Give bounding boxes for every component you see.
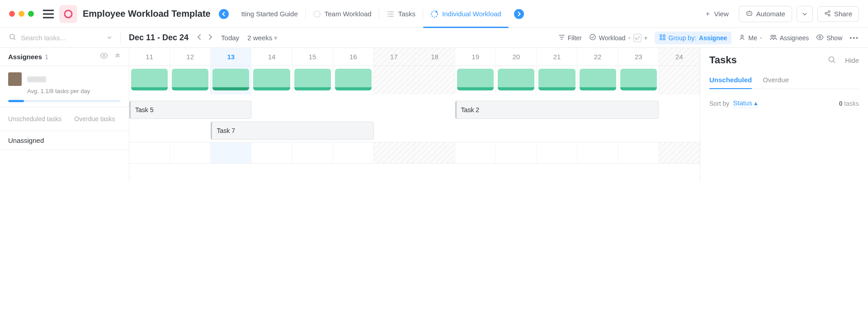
workload-row bbox=[129, 66, 700, 94]
date-cell[interactable]: 24 bbox=[659, 48, 700, 66]
task-bar-task5[interactable]: Task 5 bbox=[129, 101, 251, 119]
chevron-down-icon: ▾ bbox=[274, 34, 278, 42]
tab-overdue[interactable]: Overdue bbox=[763, 76, 789, 89]
main-content: Assignees 1 Avg. 1.1/8 tasks per day Uns… bbox=[0, 48, 868, 182]
svg-point-17 bbox=[771, 35, 773, 37]
assignee-avg: Avg. 1.1/8 tasks per day bbox=[27, 88, 121, 94]
workload-block bbox=[253, 69, 290, 90]
tab-tasks[interactable]: Tasks bbox=[379, 5, 423, 23]
tab-team-workload[interactable]: Team Workload bbox=[306, 5, 379, 23]
workload-cell bbox=[618, 66, 659, 94]
tab-unscheduled[interactable]: Unscheduled bbox=[709, 76, 752, 89]
workload-block bbox=[294, 69, 331, 90]
tab-getting-started[interactable]: tting Started Guide bbox=[234, 5, 305, 23]
assignee-item[interactable]: Avg. 1.1/8 tasks per day bbox=[0, 66, 129, 107]
svg-point-20 bbox=[103, 55, 105, 57]
scroll-tabs-right-button[interactable] bbox=[514, 9, 524, 19]
workload-block bbox=[172, 69, 208, 90]
task-bar-task2[interactable]: Task 2 bbox=[455, 101, 659, 119]
unassigned-cell bbox=[374, 142, 415, 163]
capacity-bar bbox=[8, 100, 121, 102]
span-label: 2 weeks bbox=[247, 34, 272, 42]
assignees-button[interactable]: Assignees bbox=[769, 34, 809, 42]
search-input[interactable] bbox=[21, 34, 102, 42]
tasks-panel: Tasks Hide Unscheduled Overdue Sort by S… bbox=[700, 48, 868, 182]
share-button[interactable]: Share bbox=[817, 6, 859, 22]
date-cell[interactable]: 15 bbox=[292, 48, 333, 66]
date-cell[interactable]: 18 bbox=[415, 48, 455, 66]
svg-rect-13 bbox=[663, 35, 665, 37]
workload-button[interactable]: Workload • ▾ bbox=[589, 33, 647, 42]
date-range[interactable]: Dec 11 - Dec 24 bbox=[129, 33, 189, 42]
workload-cell bbox=[578, 66, 618, 94]
group-icon bbox=[659, 34, 666, 42]
workload-block bbox=[620, 69, 657, 90]
date-cell[interactable]: 21 bbox=[537, 48, 577, 66]
today-button[interactable]: Today bbox=[221, 34, 239, 42]
view-label: View bbox=[714, 10, 729, 18]
date-cell[interactable]: 13 bbox=[211, 48, 251, 66]
workload-checkbox[interactable] bbox=[633, 34, 642, 42]
date-cell[interactable]: 20 bbox=[496, 48, 537, 66]
workload-block bbox=[457, 69, 494, 90]
date-cell[interactable]: 14 bbox=[251, 48, 292, 66]
workload-cell bbox=[211, 66, 251, 94]
svg-point-0 bbox=[65, 10, 72, 18]
unassigned-cell bbox=[455, 142, 496, 163]
chevron-down-icon: ▾ bbox=[644, 34, 647, 42]
automate-button[interactable]: Automate bbox=[739, 6, 792, 22]
me-button[interactable]: Me • bbox=[739, 34, 762, 42]
sort-row: Sort by Status ▴ 0 tasks bbox=[709, 99, 859, 108]
minimize-window-icon[interactable] bbox=[19, 11, 24, 17]
view-button[interactable]: ＋ View bbox=[699, 6, 734, 21]
date-cell[interactable]: 22 bbox=[578, 48, 618, 66]
tab-individual-workload[interactable]: Individual Workload bbox=[423, 5, 509, 23]
hide-button[interactable]: Hide bbox=[845, 57, 859, 64]
filter-icon bbox=[558, 34, 565, 42]
share-label: Share bbox=[834, 10, 852, 18]
search-dropdown-icon[interactable] bbox=[107, 34, 112, 42]
unassigned-cell bbox=[170, 142, 211, 163]
more-icon[interactable]: ••• bbox=[849, 34, 859, 42]
workload-cell bbox=[292, 66, 333, 94]
group-by-button[interactable]: Group by: Assignee bbox=[655, 32, 732, 44]
close-window-icon[interactable] bbox=[9, 11, 15, 17]
unscheduled-tasks-link[interactable]: Unscheduled tasks bbox=[8, 115, 61, 123]
workload-cell bbox=[496, 66, 537, 94]
date-cell[interactable]: 19 bbox=[455, 48, 496, 66]
automate-dropdown[interactable] bbox=[797, 6, 813, 22]
search-icon[interactable] bbox=[828, 56, 836, 65]
date-header-row: 1112131415161718192021222324 bbox=[129, 48, 700, 66]
prev-range-button[interactable] bbox=[197, 34, 202, 42]
show-button[interactable]: Show bbox=[816, 34, 842, 42]
task-bar-task7[interactable]: Task 7 bbox=[211, 122, 374, 140]
unassigned-row[interactable]: Unassigned bbox=[0, 131, 129, 150]
window-controls bbox=[9, 11, 34, 17]
date-cell[interactable]: 16 bbox=[333, 48, 374, 66]
check-circle-icon bbox=[589, 33, 596, 42]
sort-selector[interactable]: Status ▴ bbox=[733, 99, 758, 108]
me-label: Me bbox=[748, 34, 757, 42]
workload-cell bbox=[333, 66, 374, 94]
overdue-tasks-link[interactable]: Overdue tasks bbox=[74, 115, 115, 123]
date-cell[interactable]: 17 bbox=[374, 48, 415, 66]
date-cell[interactable]: 12 bbox=[170, 48, 211, 66]
maximize-window-icon[interactable] bbox=[28, 11, 34, 17]
menu-icon[interactable] bbox=[43, 9, 54, 19]
span-selector[interactable]: 2 weeks ▾ bbox=[247, 34, 278, 42]
unassigned-cell bbox=[211, 142, 251, 163]
collapse-icon[interactable] bbox=[114, 53, 121, 61]
user-icon bbox=[739, 34, 745, 42]
date-cell[interactable]: 23 bbox=[618, 48, 659, 66]
unassigned-cell bbox=[618, 142, 659, 163]
tab-label: Individual Workload bbox=[442, 10, 501, 18]
app-icon bbox=[59, 5, 77, 23]
scroll-tabs-left-button[interactable] bbox=[219, 9, 229, 19]
tasks-panel-tabs: Unscheduled Overdue bbox=[709, 76, 859, 89]
date-cell[interactable]: 11 bbox=[129, 48, 170, 66]
header-actions bbox=[100, 53, 121, 61]
next-range-button[interactable] bbox=[208, 34, 213, 42]
topbar-actions: ＋ View Automate Share bbox=[699, 6, 859, 22]
filter-button[interactable]: Filter bbox=[558, 34, 582, 42]
eye-icon[interactable] bbox=[100, 53, 108, 61]
